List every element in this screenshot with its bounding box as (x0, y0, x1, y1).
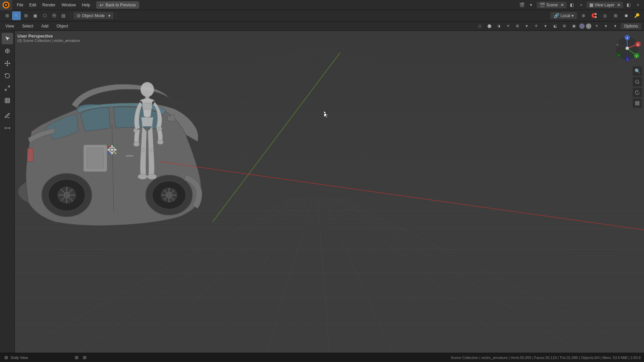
proportional-edit-btn[interactable]: ⊛ (579, 11, 588, 20)
workspace-btn[interactable]: ⊞ (3, 11, 11, 20)
svg-point-88 (636, 80, 639, 83)
svg-line-89 (638, 83, 639, 84)
viewport-shading-extra2[interactable]: ▣ (570, 22, 578, 30)
select-tool-btn[interactable]: ↖ (12, 11, 21, 20)
navigation-gizmo[interactable]: X -X Z -Z Y -Y (614, 35, 641, 62)
mode-drop-icon: ▾ (108, 13, 110, 18)
svg-line-8 (8, 86, 9, 87)
vertex-select-btn[interactable]: ⦿ (50, 11, 58, 20)
scene-icon: 🎬 (539, 2, 545, 8)
status-bar: ⊞ Dolly View ⊞ ⊞ Scene Collection | vict… (0, 353, 644, 362)
move-tool[interactable] (2, 58, 13, 69)
zoom-out-btn[interactable] (633, 77, 642, 86)
snap-btn[interactable]: 🧲 (590, 11, 598, 20)
render-icon-btn[interactable]: 🎬 (518, 1, 526, 9)
svg-text:-X: -X (616, 44, 619, 46)
orbit-btn[interactable] (633, 88, 642, 97)
object-menu[interactable]: Object (54, 23, 71, 29)
lookdev-shading-btn[interactable]: ◑ (495, 22, 503, 30)
back-to-previous-button[interactable]: ↩ Back to Previous (96, 1, 139, 9)
overlay-drop[interactable]: ▾ (523, 22, 531, 30)
scene-selector[interactable]: 🎬 Scene ✕ (537, 2, 567, 8)
view-layer-selector[interactable]: ▦ View Layer ✕ (587, 2, 623, 8)
solid-shading-btn[interactable]: ⬤ (485, 22, 493, 30)
grab-tool-btn[interactable]: ⊞ (21, 11, 30, 20)
transform-pivot-btn[interactable]: ◎ (600, 11, 609, 20)
dolly-view-label: Dolly View (11, 356, 28, 360)
rotate-tool[interactable] (2, 70, 13, 81)
overlay-toggle[interactable]: ⊞ (514, 22, 522, 30)
annotate-tool[interactable] (2, 110, 13, 121)
scene-close-icon[interactable]: ✕ (560, 3, 564, 7)
cursor-tool[interactable] (2, 45, 13, 57)
gizmo-drop[interactable]: ▾ (542, 22, 550, 30)
menu-file[interactable]: File (14, 2, 26, 8)
edge-select-btn[interactable]: ▤ (59, 11, 68, 20)
viewport-studio-btn[interactable]: ☀ (593, 22, 601, 30)
add-menu[interactable]: Add (39, 23, 51, 29)
snap-selector[interactable]: 🔗 Local ▾ (550, 12, 577, 19)
select-menu[interactable]: Select (19, 23, 36, 29)
zoom-in-btn[interactable]: 🔍 (633, 66, 642, 76)
mode-icon: ⊙ (77, 13, 80, 18)
wireframe-shading-btn[interactable]: ◻ (476, 22, 484, 30)
orientation-btn[interactable]: ⊞ (611, 11, 620, 20)
options-button[interactable]: Options (621, 23, 641, 29)
svg-rect-92 (636, 104, 637, 105)
mode-selector[interactable]: ⊙ Object Mode ▾ (73, 12, 114, 19)
keying-set-btn[interactable]: 🔑 (633, 11, 641, 20)
view-menu[interactable]: View (3, 23, 17, 29)
main-area: User Perspective (0) Scene Collection | … (0, 31, 644, 353)
svg-line-9 (5, 89, 7, 90)
status-icon-mid2[interactable]: ⊞ (82, 355, 87, 360)
status-icon-mid1[interactable]: ⊞ (74, 355, 79, 360)
blender-logo[interactable] (0, 0, 12, 10)
viewport-shading-extra[interactable]: ⊞ (560, 22, 569, 30)
svg-text:-Y: -Y (618, 54, 620, 57)
view-layer-close-icon[interactable]: ✕ (617, 3, 621, 7)
snap-label: Local (560, 13, 570, 18)
viewport-world-btn[interactable] (586, 23, 591, 29)
view-layer-new-icon[interactable]: + (634, 1, 642, 9)
snap-drop-icon: ▾ (572, 13, 574, 18)
top-menu-bar: File Edit Render Window Help ↩ Back to P… (0, 0, 644, 10)
viewport-more-btn[interactable]: ▾ (611, 22, 620, 30)
viewport-extra-btn[interactable]: ▾ (602, 22, 610, 30)
scene-name: Scene (546, 3, 558, 7)
toolbar-sep-1 (70, 12, 71, 19)
select-tool[interactable] (2, 33, 13, 44)
menu-edit[interactable]: Edit (26, 2, 39, 8)
scene-browse-icon[interactable]: ◧ (568, 1, 576, 9)
status-left: ⊞ Dolly View (3, 355, 70, 360)
menu-help[interactable]: Help (79, 2, 93, 8)
right-toolbar: 🔍 (631, 64, 644, 110)
xray-toggle[interactable]: ⬕ (551, 22, 559, 30)
measure-tool[interactable] (2, 122, 13, 134)
scene-new-icon[interactable]: + (577, 1, 585, 9)
menu-render[interactable]: Render (40, 2, 58, 8)
scale-tool[interactable] (2, 82, 13, 94)
box-select-btn[interactable]: ▣ (31, 11, 40, 20)
svg-text:-Z: -Z (626, 58, 629, 61)
toolbar-sep-2 (116, 12, 117, 19)
view-layer-name: View Layer (595, 3, 614, 7)
svg-text:Z: Z (627, 37, 628, 40)
gizmo-toggle[interactable]: ✛ (532, 22, 540, 30)
mode-label: Object Mode (82, 13, 105, 18)
viewport[interactable]: User Perspective (0) Scene Collection | … (15, 31, 644, 353)
view-layer-browse-icon[interactable]: ◧ (625, 1, 633, 9)
menu-window[interactable]: Window (59, 2, 78, 8)
svg-text:X: X (637, 43, 639, 46)
render-down-icon[interactable]: ▾ (527, 1, 535, 9)
transform-tool[interactable] (2, 95, 13, 106)
lasso-select-btn[interactable]: ⬡ (40, 11, 49, 20)
collection-btn[interactable] (633, 99, 642, 108)
view-layer-icon: ▦ (589, 2, 593, 7)
toolbar-bar: ⊞ ↖ ⊞ ▣ ⬡ ⦿ ▤ ⊙ Object Mode ▾ 🔗 Local ▾ … (0, 10, 644, 21)
rendered-shading-btn[interactable]: ☀ (504, 22, 512, 30)
autokey-btn[interactable]: ⏺ (622, 11, 631, 20)
viewport-color-btn[interactable] (579, 23, 585, 29)
grid-canvas (15, 31, 644, 353)
status-icon-left[interactable]: ⊞ (3, 355, 9, 360)
svg-text:Y: Y (636, 55, 638, 58)
